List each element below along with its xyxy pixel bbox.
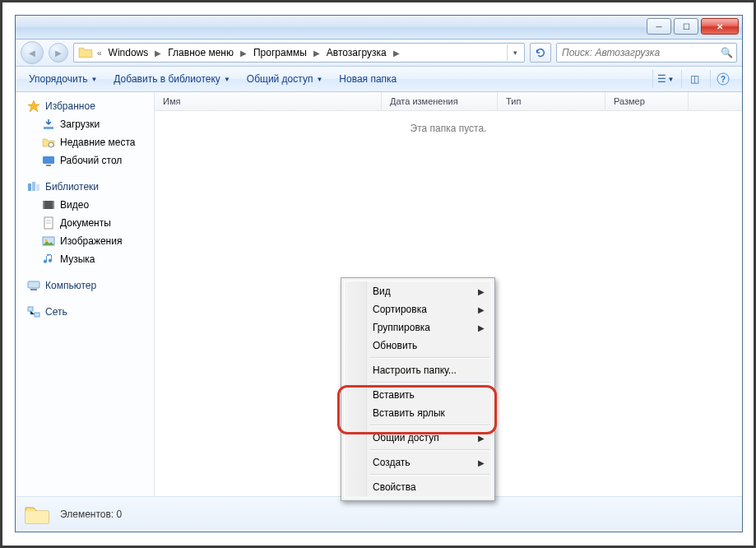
breadcrumb-item[interactable]: Программы [248,44,312,62]
explorer-window: ─ ☐ ✕ ◄ ► « Windows ▶ Главное меню ▶ Про… [15,15,743,532]
context-menu-view[interactable]: Вид▶ [345,282,491,300]
context-menu-paste-shortcut[interactable]: Вставить ярлык [345,404,491,422]
column-modified[interactable]: Дата изменения [382,92,498,110]
context-menu-sort[interactable]: Сортировка▶ [345,300,491,318]
search-input[interactable] [560,44,721,61]
refresh-button[interactable] [530,43,551,63]
search-icon[interactable]: 🔍 [721,47,733,58]
sidebar-item-label: Документы [60,217,111,229]
sidebar-item-video[interactable]: Видео [16,196,154,214]
document-icon [42,216,55,230]
address-bar[interactable]: « Windows ▶ Главное меню ▶ Программы ▶ А… [73,43,525,63]
sidebar-item-label: Изображения [60,235,122,247]
chevron-right-icon[interactable]: ▶ [239,49,248,58]
submenu-arrow-icon: ▶ [478,458,485,467]
organize-button[interactable]: Упорядочить ▼ [22,70,104,88]
sidebar-item-recent[interactable]: Недавние места [16,133,154,151]
menu-item-label: Группировка [373,322,430,333]
star-icon [27,100,40,113]
svg-rect-7 [32,182,35,191]
sidebar-item-label: Недавние места [60,137,135,148]
menu-separator [369,474,489,476]
new-folder-button[interactable]: Новая папка [332,70,403,88]
computer-icon [27,279,40,292]
sidebar-item-network[interactable]: Сеть [16,303,154,321]
menu-separator [369,382,489,383]
back-button[interactable]: ◄ [21,41,44,64]
menu-item-label: Свойства [373,481,416,493]
chevron-down-icon: ▼ [316,76,322,83]
music-icon [42,253,55,266]
svg-rect-11 [53,201,54,209]
sidebar-item-desktop[interactable]: Рабочий стол [16,151,154,170]
svg-rect-9 [43,201,54,209]
context-menu-share[interactable]: Общий доступ▶ [345,429,491,447]
column-headers[interactable]: Имя Дата изменения Тип Размер [155,92,742,111]
libraries-label: Библиотеки [45,181,99,193]
context-menu-properties[interactable]: Свойства [345,478,491,496]
add-library-label: Добавить в библиотеку [114,73,220,85]
folder-icon [78,45,93,60]
svg-rect-18 [30,289,37,290]
chevron-right-icon[interactable]: ▶ [312,49,322,58]
column-size[interactable]: Размер [605,92,689,110]
sidebar-item-pictures[interactable]: Изображения [16,232,154,250]
status-bar: Элементов: 0 [16,496,742,532]
svg-text:?: ? [721,75,726,84]
svg-rect-4 [43,156,54,164]
submenu-arrow-icon: ▶ [478,287,485,296]
sidebar-item-music[interactable]: Музыка [16,250,154,268]
menu-item-label: Обновить [373,340,417,351]
navigation-pane[interactable]: Избранное Загрузки Недавние места Рабочи… [16,92,155,496]
chevron-right-icon[interactable]: ▶ [153,49,163,58]
submenu-arrow-icon: ▶ [478,305,485,314]
sidebar-item-label: Загрузки [60,118,100,130]
svg-rect-5 [46,165,51,166]
breadcrumb-item[interactable]: Windows [104,44,154,62]
svg-rect-2 [44,127,53,129]
help-button[interactable]: ? [710,70,735,88]
view-options-button[interactable]: ☰ ▼ [652,70,678,88]
titlebar[interactable]: ─ ☐ ✕ [16,16,742,39]
menu-separator [369,357,489,359]
chevron-down-icon: ▼ [224,76,230,83]
submenu-arrow-icon: ▶ [478,434,485,443]
share-button[interactable]: Общий доступ ▼ [240,70,330,88]
breadcrumb-item[interactable]: Главное меню [163,44,239,62]
breadcrumb-item[interactable]: Автозагрузка [322,44,392,62]
organize-label: Упорядочить [29,73,87,85]
preview-pane-button[interactable]: ◫ [681,70,707,88]
picture-icon [42,235,55,248]
context-menu-group[interactable]: Группировка▶ [345,318,491,337]
context-menu-customize[interactable]: Настроить папку... [345,361,491,379]
add-to-library-button[interactable]: Добавить в библиотеку ▼ [107,70,236,88]
context-menu-new[interactable]: Создать▶ [345,453,491,471]
maximize-button[interactable]: ☐ [674,18,698,35]
sidebar-item-computer[interactable]: Компьютер [16,276,154,295]
context-menu-paste[interactable]: Вставить [345,386,491,404]
libraries-header[interactable]: Библиотеки [16,178,154,196]
address-dropdown-button[interactable]: ▾ [507,44,522,61]
forward-button[interactable]: ► [49,43,68,63]
search-box[interactable]: 🔍 [556,43,737,63]
sidebar-item-documents[interactable]: Документы [16,214,154,232]
minimize-button[interactable]: ─ [647,18,671,35]
chevron-right-icon[interactable]: ▶ [392,49,401,58]
column-name[interactable]: Имя [155,92,382,110]
video-icon [42,198,55,211]
menu-item-label: Вставить ярлык [373,407,445,419]
sidebar-item-label: Компьютер [45,280,96,291]
close-button[interactable]: ✕ [701,18,739,35]
sidebar-item-label: Видео [60,199,89,211]
context-menu-refresh[interactable]: Обновить [345,337,491,355]
favorites-header[interactable]: Избранное [16,97,154,115]
menu-item-label: Сортировка [373,304,427,315]
column-type[interactable]: Тип [498,92,605,110]
svg-rect-10 [43,201,44,209]
favorites-label: Избранное [45,100,95,112]
folder-icon [24,501,50,527]
chevron-left-icon: « [95,49,104,58]
sidebar-item-downloads[interactable]: Загрузки [16,115,154,133]
sidebar-item-label: Рабочий стол [60,155,122,166]
sidebar-item-label: Музыка [60,253,95,265]
